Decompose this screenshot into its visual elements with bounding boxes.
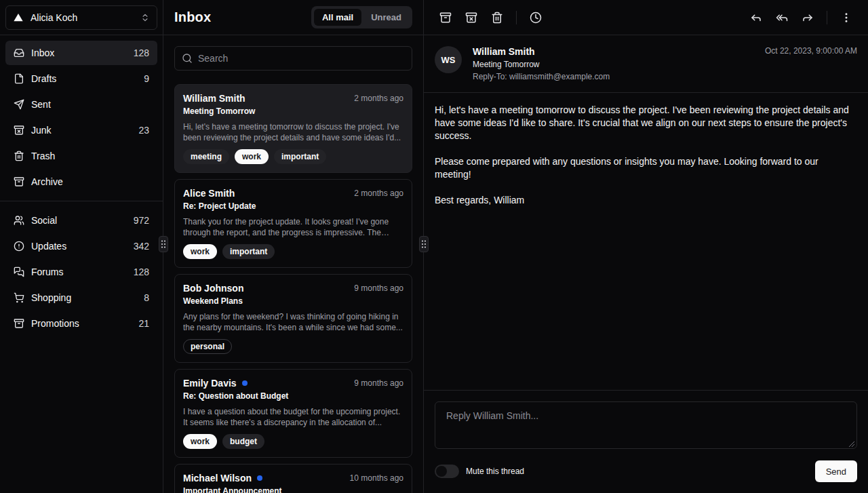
email-sender: Alice Smith — [183, 188, 235, 199]
reply-area: Mute this thread Send — [424, 390, 868, 493]
email-list-item-bob[interactable]: Bob Johnson 9 months ago Weekend Plans A… — [174, 274, 412, 363]
email-list-panel: Inbox All mail Unread William Smith 2 mo… — [163, 0, 424, 493]
email-list-item-william[interactable]: William Smith 2 months ago Meeting Tomor… — [174, 84, 412, 173]
folder-nav: Inbox 128 Drafts 9 Sent — [0, 35, 163, 199]
sidebar-item-label: Inbox — [31, 47, 127, 58]
tab-all-mail[interactable]: All mail — [314, 9, 361, 26]
sidebar-item-count: 21 — [138, 318, 149, 329]
file-icon — [14, 73, 24, 84]
unread-dot — [242, 380, 248, 386]
email-snippet: Any plans for the weekend? I was thinkin… — [183, 311, 403, 333]
sidebar-item-label: Archive — [31, 176, 142, 187]
archive-x-icon — [14, 125, 24, 136]
forward-button[interactable] — [797, 7, 818, 28]
archive-icon — [439, 12, 452, 24]
email-subject: Weekend Plans — [183, 296, 403, 306]
search-input[interactable] — [198, 53, 405, 64]
email-time: 9 months ago — [354, 283, 403, 293]
email-list-item-emily[interactable]: Emily Davis 9 months ago Re: Question ab… — [174, 369, 412, 458]
account-switcher[interactable]: Alicia Koch — [5, 5, 157, 30]
sidebar-item-drafts[interactable]: Drafts 9 — [5, 66, 157, 91]
account-switcher-row: Alicia Koch — [0, 0, 163, 35]
email-subject: Re: Project Update — [183, 201, 403, 211]
forward-icon — [802, 12, 814, 24]
send-icon — [14, 99, 24, 110]
tab-unread[interactable]: Unread — [363, 9, 410, 26]
sidebar-divider — [0, 201, 163, 201]
email-list-item-michael[interactable]: Michael Wilson 10 months ago Important A… — [174, 464, 412, 493]
sidebar-item-trash[interactable]: Trash — [5, 144, 157, 168]
more-options-button[interactable] — [835, 7, 857, 28]
email-sender: William Smith — [183, 93, 245, 104]
email-time: 2 months ago — [354, 94, 403, 103]
chevrons-up-down-icon — [140, 13, 150, 22]
email-subject: Re: Question about Budget — [183, 391, 403, 401]
badge-work: work — [183, 434, 217, 449]
list-header: Inbox All mail Unread — [163, 0, 423, 35]
email-time: 9 months ago — [354, 378, 403, 388]
email-subject: Meeting Tomorrow — [183, 106, 403, 116]
mute-thread-label[interactable]: Mute this thread — [466, 467, 524, 476]
archive-button[interactable] — [435, 7, 456, 28]
search-section — [163, 35, 423, 81]
snooze-button[interactable] — [525, 7, 547, 28]
mail-paragraph: Hi, let's have a meeting tomorrow to dis… — [435, 104, 857, 142]
unread-dot — [257, 475, 262, 481]
sidebar-item-label: Forums — [31, 267, 127, 277]
sidebar-item-count: 8 — [144, 292, 149, 303]
sidebar-item-count: 128 — [134, 267, 149, 277]
email-sender: Emily Davis — [183, 378, 237, 389]
email-snippet: I have a question about the budget for t… — [183, 406, 403, 428]
sidebar-item-label: Promotions — [31, 318, 132, 329]
mail-paragraph: Best regards, William — [435, 194, 857, 207]
reply-button[interactable] — [745, 7, 767, 28]
move-to-junk-button[interactable] — [460, 7, 482, 28]
mail-display-panel: WS William Smith Meeting Tomorrow Reply-… — [424, 0, 868, 493]
sidebar-item-promotions[interactable]: Promotions 21 — [5, 311, 157, 336]
toolbar-divider — [827, 11, 827, 24]
sidebar-item-updates[interactable]: Updates 342 — [5, 234, 157, 258]
badge-work: work — [183, 244, 217, 259]
email-time: 2 months ago — [354, 189, 403, 198]
email-snippet: Thank you for the project update. It loo… — [183, 216, 403, 238]
email-badges: work important — [183, 244, 403, 259]
toggle-knob — [436, 466, 447, 477]
category-nav: Social 972 Updates 342 Forums 128 — [0, 203, 163, 341]
reply-icon — [750, 12, 762, 24]
badge-meeting: meeting — [183, 149, 229, 164]
sidebar-item-inbox[interactable]: Inbox 128 — [5, 41, 157, 65]
sender-meta: William Smith Meeting Tomorrow Reply-To:… — [473, 46, 610, 81]
mail-paragraph: Please come prepared with any questions … — [435, 155, 857, 181]
sidebar-item-junk[interactable]: Junk 23 — [5, 118, 157, 142]
mail-toolbar — [424, 0, 868, 35]
sidebar-item-social[interactable]: Social 972 — [5, 208, 157, 233]
shopping-cart-icon — [14, 292, 24, 303]
badge-work: work — [235, 149, 269, 164]
reply-all-button[interactable] — [771, 7, 793, 28]
mail-date: Oct 22, 2023, 9:00:00 AM — [765, 46, 857, 56]
inbox-icon — [14, 47, 24, 58]
sidebar-item-shopping[interactable]: Shopping 8 — [5, 285, 157, 310]
reply-textarea[interactable] — [435, 401, 857, 449]
sidebar-item-count: 972 — [134, 215, 149, 226]
email-snippet: Hi, let's have a meeting tomorrow to dis… — [183, 121, 403, 143]
badge-budget: budget — [222, 434, 264, 449]
panel-resize-handle[interactable] — [159, 236, 168, 252]
users-icon — [14, 215, 24, 226]
sidebar-item-count: 23 — [138, 125, 149, 136]
sidebar-item-forums[interactable]: Forums 128 — [5, 260, 157, 284]
badge-important: important — [274, 149, 326, 164]
sidebar-item-count: 9 — [144, 73, 149, 84]
move-to-trash-button[interactable] — [486, 7, 508, 28]
sidebar-item-count: 342 — [134, 241, 149, 252]
panel-resize-handle[interactable] — [419, 236, 429, 252]
trash-icon — [14, 151, 24, 161]
email-sender: Bob Johnson — [183, 283, 243, 294]
sidebar-item-archive[interactable]: Archive — [5, 170, 157, 194]
mute-thread-toggle[interactable] — [435, 465, 459, 478]
email-list: William Smith 2 months ago Meeting Tomor… — [163, 81, 423, 493]
email-list-item-alice[interactable]: Alice Smith 2 months ago Re: Project Upd… — [174, 179, 412, 268]
clock-icon — [530, 12, 542, 24]
sidebar-item-sent[interactable]: Sent — [5, 92, 157, 117]
send-button[interactable]: Send — [815, 460, 857, 482]
